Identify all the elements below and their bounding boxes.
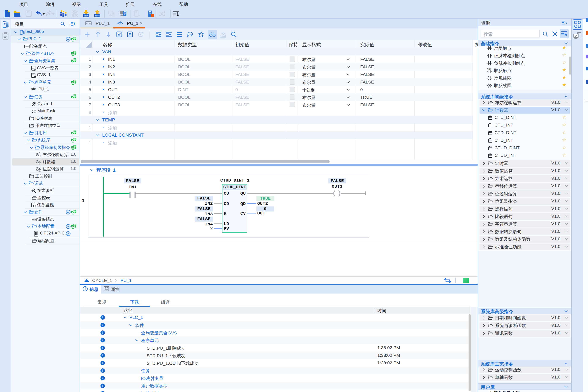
svg-text:1100: 1100: [95, 15, 100, 17]
svg-text:10: 10: [149, 13, 151, 14]
svg-text:N: N: [489, 62, 490, 64]
svg-text:P: P: [489, 54, 490, 57]
svg-text:1100: 1100: [84, 15, 88, 17]
svg-text:NOT: NOT: [487, 68, 491, 70]
